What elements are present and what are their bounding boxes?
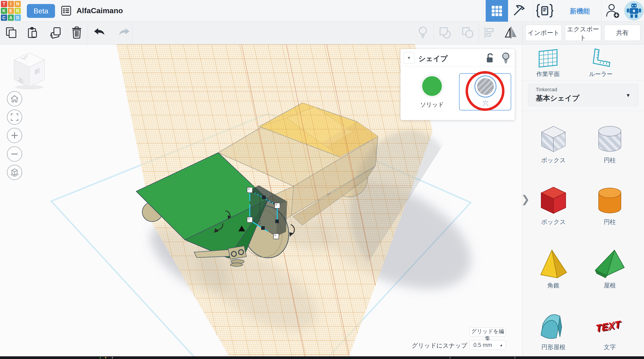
sidebar-divider (522, 81, 644, 81)
inspector-collapse-button[interactable]: ▼ (404, 52, 414, 64)
invite-user-icon[interactable] (604, 3, 621, 19)
design-list-icon[interactable] (61, 5, 72, 16)
solid-label: ソリッド (413, 101, 451, 109)
toolbar-divider (88, 24, 88, 43)
caret-up-icon: ▲ (500, 343, 503, 347)
perspective-toggle-button[interactable] (7, 165, 22, 180)
shape-item-cylinder[interactable]: 円柱 (585, 185, 634, 226)
ungroup-button[interactable] (460, 25, 475, 40)
library-selected: 基本シェイプ (536, 94, 580, 103)
logo-tile: A (8, 14, 14, 21)
logo-tile: T (1, 1, 7, 7)
undo-button[interactable] (92, 25, 107, 40)
logo-tile: E (8, 8, 14, 14)
home-view-button[interactable] (7, 91, 22, 106)
zoom-out-button[interactable] (7, 146, 22, 162)
bulb-icon[interactable] (501, 52, 511, 64)
toolbar-divider (479, 24, 479, 43)
toolbar-divider (434, 24, 434, 43)
codeblocks-icon[interactable] (536, 3, 554, 18)
shape-item-roof[interactable]: 屋根 (585, 248, 634, 290)
shape-item-cylinder-hole[interactable]: 円柱 (585, 123, 634, 164)
fit-view-button[interactable] (7, 110, 22, 125)
group-button[interactable] (438, 25, 452, 40)
mirror-button[interactable] (504, 25, 518, 40)
shape-item-box[interactable]: ボックス (529, 185, 578, 226)
share-button[interactable]: 共有 (604, 25, 640, 41)
workplane-label: 作業平面 (527, 70, 569, 78)
sidebar-collapse-chevron[interactable]: ❯ (520, 192, 530, 206)
logo-tile: I (8, 1, 14, 7)
svg-text:TEXT: TEXT (595, 318, 622, 334)
logo-tile: N (14, 1, 21, 7)
edit-toolbar: インポート エクスポート 共有 (0, 22, 644, 44)
shape-item-pyramid[interactable]: 角錐 (529, 248, 578, 290)
delete-button[interactable] (69, 25, 84, 40)
show-all-button[interactable] (416, 25, 430, 40)
workplane-tool[interactable]: 作業平面 (527, 48, 569, 78)
user-avatar[interactable] (624, 1, 644, 20)
paste-button[interactable] (25, 25, 40, 40)
logo-tile: C (1, 14, 7, 21)
shapes-sidebar: 作業平面 ルーラー Tinkercad 基本シェイプ ▼ ボックス (522, 44, 644, 356)
annotation-circle (466, 71, 504, 111)
inspector-title: シェイプ (418, 54, 448, 64)
caret-down-icon: ▼ (626, 92, 630, 98)
dashboard-grid-button[interactable] (486, 0, 508, 22)
ruler-tool[interactable]: ルーラー (580, 48, 622, 78)
shape-item-round-roof[interactable]: 円形屋根 (529, 310, 578, 351)
sidebar-divider (522, 111, 644, 111)
duplicate-button[interactable] (48, 25, 62, 40)
os-dock-edge (0, 356, 644, 359)
snap-grid-select[interactable]: 0.5 mm ▲ (470, 340, 506, 350)
header-divider (601, 0, 601, 22)
redo-button[interactable] (117, 25, 132, 40)
zoom-in-button[interactable] (7, 128, 22, 143)
minecraft-pickaxe-icon[interactable] (511, 3, 526, 18)
import-button[interactable]: インポート (526, 25, 562, 41)
shape-item-text[interactable]: TEXT TEXT 文字 (585, 310, 634, 351)
ruler-label: ルーラー (580, 70, 622, 78)
solid-swatch (422, 76, 442, 96)
new-features-link[interactable]: 新機能 (565, 7, 594, 16)
logo-tile: R (14, 8, 21, 14)
header-divider (533, 0, 533, 22)
copy-button[interactable] (4, 25, 19, 40)
toolbar-divider (522, 24, 523, 43)
logo-tile: D (14, 14, 21, 21)
snap-value: 0.5 mm (474, 342, 492, 348)
shape-item-box-hole[interactable]: ボックス (529, 123, 578, 164)
design-title[interactable]: AlfaCaimano (76, 6, 123, 15)
logo-tile: K (1, 8, 7, 14)
header-divider (483, 0, 483, 22)
inspector-header: ▼ シェイプ (400, 49, 515, 67)
app-header: T I N K E R C A D Beta AlfaCaimano (0, 0, 644, 22)
shape-library-dropdown[interactable]: Tinkercad 基本シェイプ ▼ (528, 84, 638, 106)
snap-grid-label: グリッドにスナップ (407, 342, 467, 350)
align-button[interactable] (482, 25, 496, 40)
beta-button[interactable]: Beta (27, 4, 55, 18)
view-cube[interactable]: 上 左 前 (6, 46, 53, 91)
export-button[interactable]: エクスポート (565, 25, 601, 41)
library-brand: Tinkercad (536, 87, 557, 92)
solid-option[interactable]: ソリッド (413, 71, 451, 112)
unlock-icon[interactable] (486, 53, 494, 63)
edit-grid-button[interactable]: グリッドを編集 (470, 328, 506, 336)
tinkercad-logo[interactable]: T I N K E R C A D (0, 0, 22, 22)
